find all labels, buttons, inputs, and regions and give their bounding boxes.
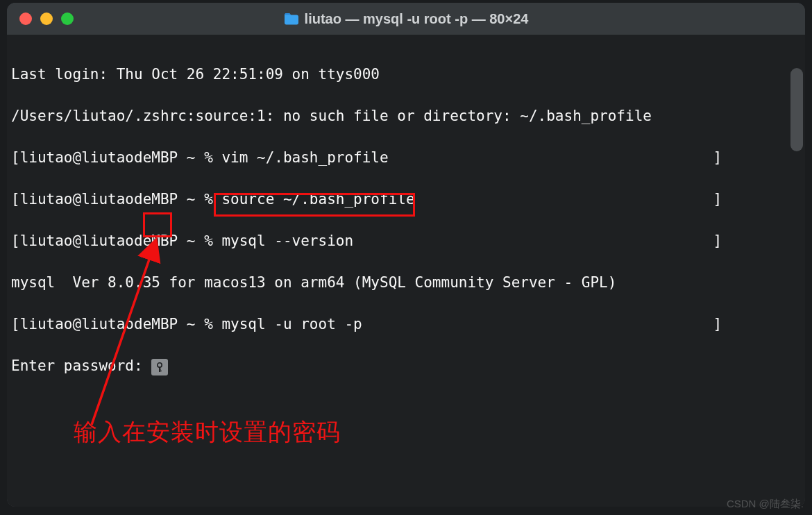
- window-title-wrap: liutao — mysql -u root -p — 80×24: [7, 11, 805, 27]
- svg-rect-2: [159, 371, 162, 372]
- terminal-output: Last login: Thu Oct 26 22:51:09 on ttys0…: [7, 35, 805, 422]
- password-prompt: Enter password:: [11, 357, 151, 374]
- key-icon: [151, 359, 168, 375]
- terminal-line: [liutao@liutaodeMBP ~ % source ~/.bash_p…: [11, 189, 801, 210]
- svg-rect-3: [159, 369, 161, 369]
- terminal-line: [liutao@liutaodeMBP ~ % mysql -u root -p…: [11, 314, 801, 335]
- maximize-button[interactable]: [61, 12, 74, 25]
- terminal-line: Last login: Thu Oct 26 22:51:09 on ttys0…: [11, 64, 801, 85]
- traffic-lights: [19, 12, 74, 25]
- scrollbar-thumb[interactable]: [790, 68, 803, 151]
- terminal-line: mysql Ver 8.0.35 for macos13 on arm64 (M…: [11, 272, 801, 293]
- svg-point-0: [158, 363, 162, 367]
- terminal-line: /Users/liutao/.zshrc:source:1: no such f…: [11, 105, 801, 126]
- terminal-body[interactable]: Last login: Thu Oct 26 22:51:09 on ttys0…: [7, 35, 805, 507]
- terminal-line: [liutao@liutaodeMBP ~ % vim ~/.bash_prof…: [11, 147, 801, 168]
- minimize-button[interactable]: [40, 12, 53, 25]
- titlebar: liutao — mysql -u root -p — 80×24: [7, 3, 805, 35]
- folder-icon: [284, 12, 299, 25]
- terminal-line: [liutao@liutaodeMBP ~ % mysql --version …: [11, 230, 801, 251]
- close-button[interactable]: [19, 12, 32, 25]
- terminal-line: Enter password:: [11, 355, 801, 376]
- window-title: liutao — mysql -u root -p — 80×24: [305, 11, 529, 27]
- terminal-window: liutao — mysql -u root -p — 80×24 Last l…: [7, 3, 805, 507]
